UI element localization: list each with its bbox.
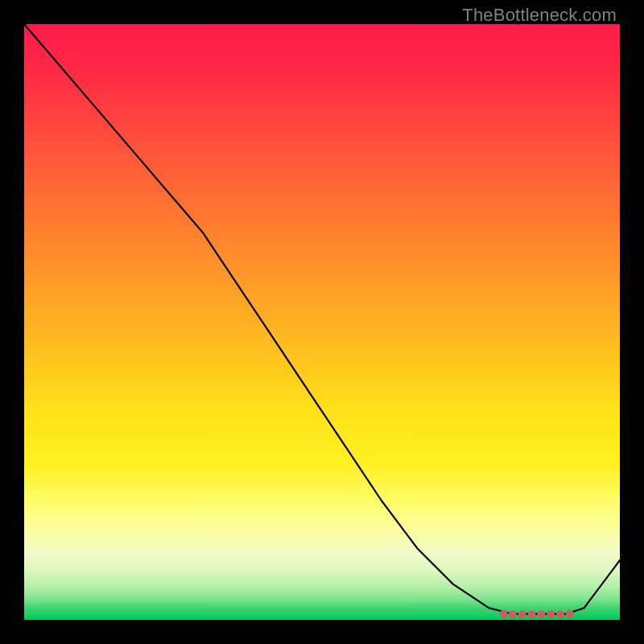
marker-dot [509,610,517,618]
optimal-zone-markers [24,24,620,620]
chart-frame: TheBottleneck.com [0,0,644,644]
watermark-text: TheBottleneck.com [462,5,617,26]
marker-dot [556,610,564,618]
plot-area [24,24,620,620]
marker-dot [500,610,508,618]
marker-dot [547,610,555,618]
marker-dot [518,610,526,618]
marker-dot [537,610,545,618]
marker-dot [528,610,536,618]
marker-dot [566,610,574,618]
